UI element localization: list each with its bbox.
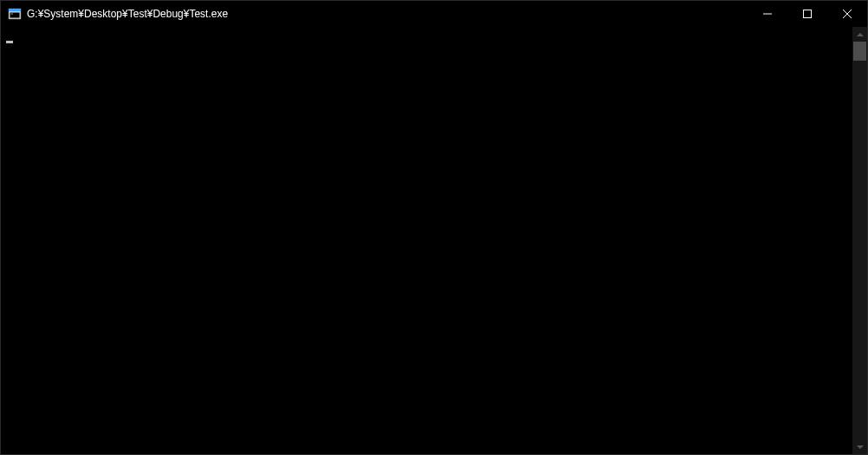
window-controls <box>748 1 867 27</box>
console-window: G:¥System¥Desktop¥Test¥Debug¥Test.exe <box>0 0 868 455</box>
scroll-thumb[interactable] <box>853 42 866 61</box>
scroll-down-button[interactable] <box>852 439 867 454</box>
svg-rect-1 <box>9 9 21 11</box>
chevron-up-icon <box>857 31 864 38</box>
close-icon <box>843 10 852 18</box>
console-app-icon <box>8 7 22 21</box>
svg-rect-5 <box>804 10 812 18</box>
console-line <box>6 29 847 44</box>
svg-rect-2 <box>10 13 20 18</box>
minimize-icon <box>763 10 772 18</box>
svg-rect-3 <box>11 14 14 15</box>
titlebar-left: G:¥System¥Desktop¥Test¥Debug¥Test.exe <box>1 7 228 21</box>
console-output[interactable] <box>1 27 852 454</box>
scroll-track[interactable] <box>852 42 867 439</box>
content-area <box>1 27 867 454</box>
vertical-scrollbar[interactable] <box>852 27 867 454</box>
maximize-button[interactable] <box>787 1 827 27</box>
scroll-up-button[interactable] <box>852 27 867 42</box>
maximize-icon <box>803 10 812 18</box>
minimize-button[interactable] <box>748 1 787 27</box>
titlebar[interactable]: G:¥System¥Desktop¥Test¥Debug¥Test.exe <box>1 1 867 27</box>
close-button[interactable] <box>827 1 867 27</box>
chevron-down-icon <box>857 444 864 451</box>
cursor <box>6 41 13 43</box>
window-title: G:¥System¥Desktop¥Test¥Debug¥Test.exe <box>27 8 228 20</box>
